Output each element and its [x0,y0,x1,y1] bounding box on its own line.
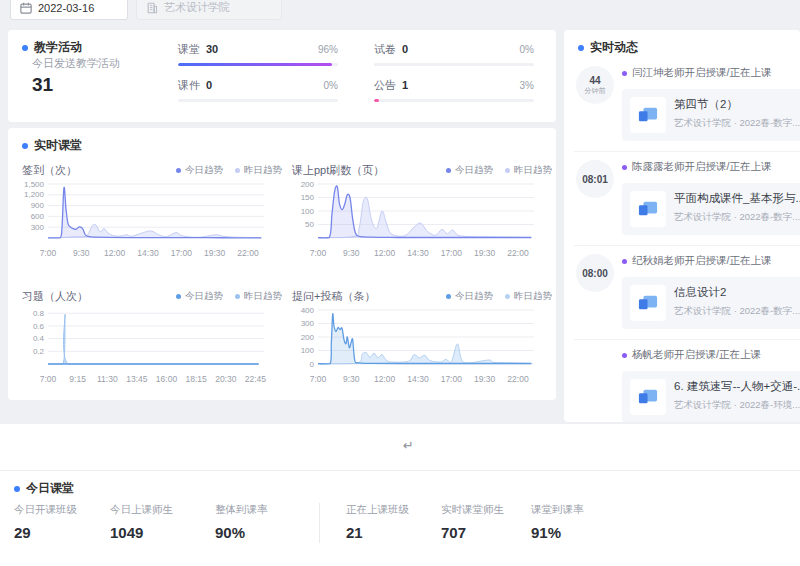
today-stat-value: 91% [531,524,621,541]
feed-item: 08:01 陈露露老师开启授课/正在上课 平面构成课件_基本形与... 艺术设计… [574,152,800,246]
chart-legend: 今日趋势昨日趋势 [446,290,552,303]
feed-list: 44分钟前 闫江坤老师开启授课/正在上课 第四节（2） 艺术设计学院 · 202… [564,56,800,422]
chart-legend: 今日趋势昨日趋势 [446,164,552,177]
stat-value: 0 [402,43,408,55]
svg-text:20:30: 20:30 [215,374,237,384]
stat-value: 30 [206,43,218,55]
stat-name: 公告 [374,78,396,93]
course-title: 第四节（2） [674,97,800,112]
legend-item[interactable]: 今日趋势 [176,290,223,303]
event-dot-icon [622,165,627,170]
chart-legend: 今日趋势昨日趋势 [176,164,282,177]
svg-text:22:45: 22:45 [245,374,267,384]
today-stat-value: 1049 [110,524,215,541]
chart-title: 提问+投稿（条） [292,289,375,304]
today-stat-label: 今日上课师生 [110,503,215,517]
today-stat-label: 课堂到课率 [531,503,621,517]
building-icon [146,2,158,14]
school-value: 艺术设计学院 [164,0,230,15]
legend-item[interactable]: 今日趋势 [446,164,493,177]
chart-title: 课上ppt刷数（页） [292,163,384,178]
vertical-divider [319,503,320,543]
svg-text:300: 300 [31,223,45,232]
feed-event: 闫江坤老师开启授课/正在上课 [622,66,800,80]
legend-item[interactable]: 昨日趋势 [235,164,282,177]
svg-text:14:30: 14:30 [407,248,429,258]
event-dot-icon [622,353,627,358]
today-activity-value: 31 [32,74,120,96]
course-card[interactable]: 6. 建筑速写--人物+交通-... 艺术设计学院 · 2022春-环境... [622,371,800,422]
course-subtitle: 艺术设计学院 · 2022春-环境... [674,399,800,412]
svg-text:150: 150 [301,193,315,202]
accent-dot [22,45,28,51]
dashboard-page: 2022-03-16 艺术设计学院 教学活动 今日发送教学活动 31 课堂 30… [0,0,800,566]
today-stat: 正在上课班级 21 [346,503,441,541]
course-card[interactable]: 第四节（2） 艺术设计学院 · 2022春-数字... [622,89,800,141]
legend-item[interactable]: 昨日趋势 [505,290,552,303]
today-stat-value: 707 [441,524,531,541]
today-stat-label: 今日开课班级 [14,503,110,517]
realtime-feed-title: 实时动态 [590,39,638,56]
stat-percent: 0% [520,44,534,55]
course-title: 信息设计2 [674,285,800,300]
svg-text:100: 100 [301,346,315,355]
realtime-feed-card: 实时动态 44分钟前 闫江坤老师开启授课/正在上课 第四节（2） 艺术设计学院 … [564,30,800,422]
course-card[interactable]: 信息设计2 艺术设计学院 · 2022春-数字... [622,277,800,329]
svg-text:7:00: 7:00 [40,374,57,384]
chart-canvas: 200150100507:009:3012:0014:3017:0019:302… [288,178,540,270]
courseware-folder-icon [630,191,666,227]
svg-text:600: 600 [31,212,45,221]
legend-item[interactable]: 今日趋势 [446,290,493,303]
svg-text:19:30: 19:30 [474,248,496,258]
today-activity-label: 今日发送教学活动 [32,56,120,71]
date-picker[interactable]: 2022-03-16 [10,0,128,20]
today-stat-label: 正在上课班级 [346,503,441,517]
today-stat-value: 90% [215,524,315,541]
feed-item: 44分钟前 闫江坤老师开启授课/正在上课 第四节（2） 艺术设计学院 · 202… [574,58,800,152]
trend-chart: 提问+投稿（条） 今日趋势昨日趋势 40030020010007:009:301… [288,288,558,400]
today-stat-label: 实时课堂师生 [441,503,531,517]
event-text: 陈露露老师开启授课/正在上课 [632,160,771,174]
accent-dot [22,143,28,149]
svg-text:17:00: 17:00 [441,374,463,384]
today-stat: 整体到课率 90% [215,503,315,541]
today-activity-summary: 今日发送教学活动 31 [32,56,120,96]
stat-progress-bar [178,63,338,66]
feed-time-badge: 08:00 [576,254,614,292]
feed-item: 08:00 纪秋娟老师开启授课/正在上课 信息设计2 艺术设计学院 · 2022… [574,246,800,340]
svg-text:19:30: 19:30 [474,374,496,384]
svg-text:9:30: 9:30 [73,248,90,258]
stat-percent: 96% [318,44,338,55]
svg-text:200: 200 [301,333,315,342]
legend-item[interactable]: 昨日趋势 [505,164,552,177]
stat-progress-bar [178,99,338,102]
svg-text:0.2: 0.2 [33,347,45,356]
legend-item[interactable]: 今日趋势 [176,164,223,177]
course-card[interactable]: 平面构成课件_基本形与... 艺术设计学院 · 2022春-数字... [622,183,800,235]
svg-text:12:00: 12:00 [104,248,126,258]
stat-percent: 3% [520,80,534,91]
svg-text:300: 300 [301,319,315,328]
school-select[interactable]: 艺术设计学院 [136,0,282,20]
feed-time-badge: 08:01 [576,160,614,198]
chart-title: 习题（人次） [22,289,88,304]
today-stat: 课堂到课率 91% [531,503,621,541]
legend-item[interactable]: 昨日趋势 [235,290,282,303]
svg-text:16:00: 16:00 [156,374,178,384]
course-subtitle: 艺术设计学院 · 2022春-数字... [674,117,800,130]
svg-text:0.4: 0.4 [33,334,45,343]
feed-event: 杨帆老师开启授课/正在上课 [622,348,800,362]
event-dot-icon [622,259,627,264]
today-stat: 今日上课师生 1049 [110,503,215,541]
stat-name: 课件 [178,78,200,93]
stat-name: 试卷 [374,42,396,57]
courseware-folder-icon [630,97,666,133]
chart-legend: 今日趋势昨日趋势 [176,290,282,303]
stat-value: 0 [206,79,212,91]
svg-text:17:00: 17:00 [441,248,463,258]
teaching-activity-title: 教学活动 [34,39,82,56]
feed-time-badge: 44分钟前 [576,66,614,104]
activity-stat: 公告 1 3% [374,78,534,102]
svg-text:18:15: 18:15 [186,374,208,384]
svg-text:0.6: 0.6 [33,322,45,331]
